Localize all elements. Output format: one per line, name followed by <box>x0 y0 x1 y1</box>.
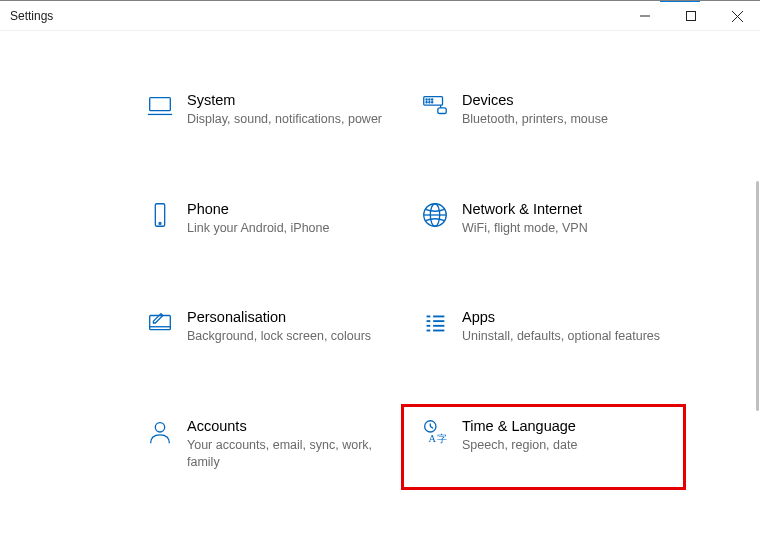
tile-title: Network & Internet <box>462 200 667 219</box>
tile-time-language[interactable]: A字Time & LanguageSpeech, region, date <box>404 407 683 487</box>
tile-text: PhoneLink your Android, iPhone <box>185 200 392 237</box>
accounts-icon <box>135 417 185 447</box>
devices-icon <box>410 91 460 121</box>
minimize-icon <box>640 11 650 21</box>
tile-desc: Uninstall, defaults, optional features <box>462 328 667 345</box>
svg-point-16 <box>159 222 161 224</box>
svg-text:字: 字 <box>437 433 447 444</box>
tile-desc: Link your Android, iPhone <box>187 220 392 237</box>
system-icon <box>135 91 185 121</box>
tile-desc: Bluetooth, printers, mouse <box>462 111 667 128</box>
tile-title: Time & Language <box>462 417 675 436</box>
svg-rect-6 <box>424 97 443 105</box>
window-controls <box>622 1 760 31</box>
network-icon <box>410 200 460 230</box>
tile-desc: WiFi, flight mode, VPN <box>462 220 667 237</box>
tile-network[interactable]: Network & InternetWiFi, flight mode, VPN <box>410 196 675 247</box>
svg-point-11 <box>429 102 430 103</box>
maximize-button[interactable] <box>668 1 714 31</box>
tile-title: Accounts <box>187 417 392 436</box>
svg-rect-4 <box>150 98 171 111</box>
tile-title: Apps <box>462 308 667 327</box>
tile-text: Time & LanguageSpeech, region, date <box>460 417 675 454</box>
tile-desc: Your accounts, email, sync, work, family <box>187 437 392 471</box>
tile-title: Personalisation <box>187 308 392 327</box>
tile-text: AccountsYour accounts, email, sync, work… <box>185 417 392 471</box>
close-icon <box>732 11 743 22</box>
svg-line-33 <box>430 427 433 429</box>
svg-point-7 <box>426 99 427 100</box>
tile-text: PersonalisationBackground, lock screen, … <box>185 308 392 345</box>
svg-point-30 <box>155 423 164 432</box>
tile-title: Phone <box>187 200 392 219</box>
tile-desc: Background, lock screen, colours <box>187 328 392 345</box>
svg-rect-1 <box>687 12 696 21</box>
tile-text: DevicesBluetooth, printers, mouse <box>460 91 667 128</box>
tile-phone[interactable]: PhoneLink your Android, iPhone <box>135 196 400 247</box>
titlebar: Settings <box>0 1 760 31</box>
tile-devices[interactable]: DevicesBluetooth, printers, mouse <box>410 87 675 138</box>
tile-text: AppsUninstall, defaults, optional featur… <box>460 308 667 345</box>
settings-grid: SystemDisplay, sound, notifications, pow… <box>0 31 760 538</box>
maximize-icon <box>686 11 696 21</box>
svg-point-9 <box>432 99 433 100</box>
window-title: Settings <box>10 9 53 23</box>
tile-text: Network & InternetWiFi, flight mode, VPN <box>460 200 667 237</box>
svg-text:A: A <box>428 433 436 444</box>
tile-desc: Display, sound, notifications, power <box>187 111 392 128</box>
tile-personalisation[interactable]: PersonalisationBackground, lock screen, … <box>135 304 400 355</box>
tile-text: SystemDisplay, sound, notifications, pow… <box>185 91 392 128</box>
scrollbar[interactable] <box>756 181 759 411</box>
svg-point-12 <box>432 102 433 103</box>
svg-rect-13 <box>438 108 446 114</box>
svg-point-8 <box>429 99 430 100</box>
tile-title: Devices <box>462 91 667 110</box>
close-button[interactable] <box>714 1 760 31</box>
svg-point-10 <box>426 102 427 103</box>
phone-icon <box>135 200 185 230</box>
personalisation-icon <box>135 308 185 338</box>
time-language-icon: A字 <box>410 417 460 447</box>
content-area: SystemDisplay, sound, notifications, pow… <box>0 31 760 538</box>
tile-desc: Speech, region, date <box>462 437 675 454</box>
minimize-button[interactable] <box>622 1 668 31</box>
apps-icon <box>410 308 460 338</box>
tile-title: System <box>187 91 392 110</box>
tile-apps[interactable]: AppsUninstall, defaults, optional featur… <box>410 304 675 355</box>
tile-system[interactable]: SystemDisplay, sound, notifications, pow… <box>135 87 400 138</box>
tile-accounts[interactable]: AccountsYour accounts, email, sync, work… <box>135 413 400 481</box>
